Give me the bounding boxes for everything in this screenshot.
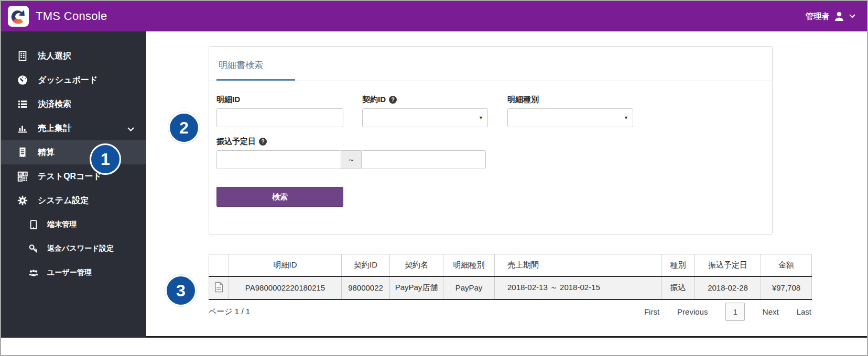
statement-search-panel: 明細書検索 明細ID 契約ID ? ▼ xyxy=(209,46,773,235)
first-page-button[interactable]: First xyxy=(644,307,659,316)
col-transfer-date: 振込予定日 xyxy=(695,254,761,276)
tms-logo-icon xyxy=(7,5,29,27)
sidebar-item-label: 法人選択 xyxy=(38,51,71,62)
sidebar-item-system-settings[interactable]: システム設定 xyxy=(1,188,146,213)
annotation-circle-2: 2 xyxy=(168,112,200,143)
help-icon[interactable]: ? xyxy=(389,96,397,104)
receipt-icon xyxy=(17,147,28,158)
qr-code-icon xyxy=(17,171,28,182)
transfer-date-label: 振込予定日 ? xyxy=(216,137,765,147)
sidebar-item-label: 端末管理 xyxy=(47,220,77,229)
contract-name-cell: PayPay店舗 xyxy=(390,276,443,299)
help-icon[interactable]: ? xyxy=(259,138,267,146)
contract-id-label: 契約ID ? xyxy=(362,95,488,105)
sidebar-item-label: ダッシュボード xyxy=(38,75,97,86)
tablet-icon xyxy=(28,219,39,230)
user-name-label: 管理者 xyxy=(806,12,829,21)
dashboard-gauge-icon xyxy=(17,74,28,86)
statement-id-cell: PA9800002220180215 xyxy=(229,276,342,299)
sidebar-nav: 法人選択 ダッシュボード 決済検索 xyxy=(1,31,146,338)
page-info: ページ 1 / 1 xyxy=(209,307,250,317)
sidebar-item-label: 精算 xyxy=(38,147,55,158)
contract-id-cell: 98000022 xyxy=(342,276,390,299)
tab-statement-search[interactable]: 明細書検索 xyxy=(216,47,295,81)
pdf-download-cell[interactable] xyxy=(209,276,229,299)
field-statement-id: 明細ID xyxy=(216,95,343,127)
transfer-date-from-input[interactable] xyxy=(216,150,341,169)
app-title: TMS Console xyxy=(36,9,107,23)
building-icon xyxy=(17,50,28,62)
search-button[interactable]: 検索 xyxy=(216,187,343,207)
col-amount: 金額 xyxy=(761,254,812,276)
submenu-chevron-icon[interactable] xyxy=(127,125,135,134)
pdf-file-icon xyxy=(214,282,224,293)
next-page-button[interactable]: Next xyxy=(763,307,779,316)
field-statement-type: 明細種別 ▼ xyxy=(507,95,633,127)
statement-type-label: 明細種別 xyxy=(507,95,633,105)
annotation-circle-1: 1 xyxy=(90,143,121,175)
col-statement-id: 明細ID xyxy=(229,254,342,276)
sidebar-item-label: ユーザー管理 xyxy=(47,268,92,277)
top-bar: TMS Console 管理者 xyxy=(1,1,867,31)
gear-icon xyxy=(17,195,28,206)
col-type: 種別 xyxy=(661,254,695,276)
col-sales-period: 売上期間 xyxy=(495,254,661,276)
col-statement-type: 明細種別 xyxy=(443,254,495,276)
sales-period-cell: 2018-02-13 ～ 2018-02-15 xyxy=(495,276,661,299)
previous-page-button[interactable]: Previous xyxy=(677,307,708,316)
sidebar-item-settlement[interactable]: 精算 xyxy=(1,140,146,164)
last-page-button[interactable]: Last xyxy=(797,307,811,316)
main-content: 明細書検索 明細ID 契約ID ? ▼ xyxy=(146,31,868,338)
chevron-down-icon xyxy=(849,14,855,18)
sidebar-item-test-qr[interactable]: テストQRコード xyxy=(1,164,146,188)
transfer-date-label-text: 振込予定日 xyxy=(216,137,256,147)
sidebar-item-label: 売上集計 xyxy=(38,123,71,134)
current-page-button[interactable]: 1 xyxy=(725,303,744,321)
sidebar-item-user-management[interactable]: ユーザー管理 xyxy=(1,261,146,285)
table-header-row: 明細ID 契約ID 契約名 明細種別 売上期間 種別 振込予定日 金額 xyxy=(209,254,812,276)
tab-bar: 明細書検索 xyxy=(209,47,772,81)
sidebar-item-label: 決済検索 xyxy=(38,99,71,110)
amount-cell: ¥97,708 xyxy=(761,276,812,299)
col-contract-name: 契約名 xyxy=(390,254,443,276)
sidebar-item-label: テストQRコード xyxy=(38,171,102,182)
sidebar-item-dashboard[interactable]: ダッシュボード xyxy=(1,68,146,92)
sidebar-item-corporate-select[interactable]: 法人選択 xyxy=(1,44,146,68)
sidebar-item-sales-summary[interactable]: 売上集計 xyxy=(1,116,146,140)
statement-type-select[interactable] xyxy=(507,108,633,127)
contract-id-label-text: 契約ID xyxy=(362,95,386,105)
user-icon xyxy=(833,10,845,23)
screenshot-frame: TMS Console 管理者 法人選択 xyxy=(0,0,868,356)
search-form: 明細ID 契約ID ? ▼ 明細種別 xyxy=(209,81,772,220)
pagination-bar: ページ 1 / 1 First Previous 1 Next Last xyxy=(209,303,811,321)
date-range-separator: ～ xyxy=(341,150,361,169)
bar-chart-icon xyxy=(17,123,28,134)
users-icon xyxy=(28,268,39,278)
table-row: PA9800002220180215 98000022 PayPay店舗 Pay… xyxy=(209,276,812,299)
sidebar-item-refund-password[interactable]: 返金パスワード設定 xyxy=(1,237,146,261)
type-cell: 振込 xyxy=(661,276,695,299)
transfer-date-cell: 2018-02-28 xyxy=(695,276,761,299)
key-icon xyxy=(28,243,39,254)
contract-id-select[interactable] xyxy=(362,108,488,127)
field-contract-id: 契約ID ? ▼ xyxy=(362,95,488,127)
sidebar-item-payment-search[interactable]: 決済検索 xyxy=(1,92,146,116)
results-table: 明細ID 契約ID 契約名 明細種別 売上期間 種別 振込予定日 金額 xyxy=(209,254,812,300)
col-contract-id: 契約ID xyxy=(342,254,390,276)
col-icon xyxy=(209,254,229,276)
statement-id-input[interactable] xyxy=(216,108,343,127)
transfer-date-to-input[interactable] xyxy=(361,150,486,169)
sidebar-item-label: システム設定 xyxy=(38,195,89,206)
sidebar-item-label: 返金パスワード設定 xyxy=(47,244,114,253)
user-menu[interactable]: 管理者 xyxy=(806,10,855,23)
statement-type-cell: PayPay xyxy=(443,276,495,299)
annotation-circle-3: 3 xyxy=(165,275,197,306)
list-icon xyxy=(17,98,28,110)
sidebar-item-terminal-management[interactable]: 端末管理 xyxy=(1,213,146,237)
statement-id-label: 明細ID xyxy=(216,95,343,105)
